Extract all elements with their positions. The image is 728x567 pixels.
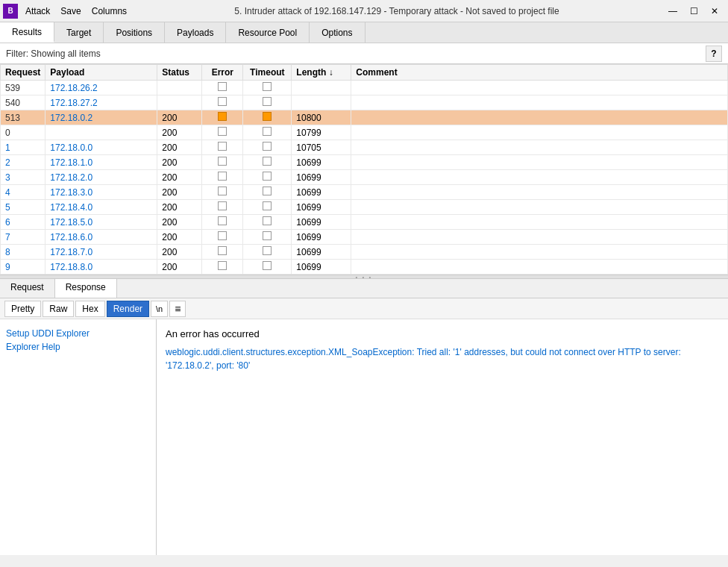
btn-newline[interactable]: \n [151, 301, 168, 317]
cell-error[interactable] [202, 95, 243, 110]
table-row[interactable]: 8 172.18.7.0 200 10699 [1, 245, 728, 260]
cell-error[interactable] [202, 110, 243, 125]
cell-timeout[interactable] [243, 155, 292, 170]
cell-request: 2 [1, 155, 46, 170]
col-timeout[interactable]: Timeout [243, 65, 292, 81]
tab-target[interactable]: Target [54, 22, 104, 43]
bottom-tabs: Request Response [0, 279, 728, 298]
results-table-container: Request Payload Status Error Timeout Len… [0, 64, 728, 275]
cell-length: 10699 [292, 185, 351, 200]
link-explorer-help[interactable]: Explorer Help [6, 342, 150, 352]
cell-error[interactable] [202, 155, 243, 170]
col-length[interactable]: Length ↓ [292, 65, 351, 81]
cell-timeout[interactable] [243, 170, 292, 185]
cell-status [157, 81, 202, 95]
table-row[interactable]: 539 172.18.26.2 [1, 81, 728, 95]
cell-timeout[interactable] [243, 110, 292, 125]
btn-render[interactable]: Render [107, 301, 149, 317]
tab-response[interactable]: Response [55, 279, 117, 298]
tab-resource-pool[interactable]: Resource Pool [226, 22, 310, 43]
cell-timeout[interactable] [243, 95, 292, 110]
cell-comment [351, 230, 728, 245]
menu-columns[interactable]: Columns [87, 4, 131, 18]
maximize-button[interactable]: ☐ [683, 1, 704, 22]
cell-timeout[interactable] [243, 185, 292, 200]
cell-error[interactable] [202, 81, 243, 95]
table-row[interactable]: 5 172.18.4.0 200 10699 [1, 200, 728, 215]
tab-results[interactable]: Results [0, 22, 54, 43]
cell-status: 200 [157, 215, 202, 230]
cell-timeout[interactable] [243, 245, 292, 260]
cell-timeout[interactable] [243, 215, 292, 230]
btn-raw[interactable]: Raw [43, 301, 74, 317]
table-row[interactable]: 540 172.18.27.2 [1, 95, 728, 110]
cell-payload: 172.18.26.2 [46, 81, 157, 95]
cell-error[interactable] [202, 230, 243, 245]
tab-options[interactable]: Options [310, 22, 365, 43]
col-comment[interactable]: Comment [351, 65, 728, 81]
cell-payload: 172.18.5.0 [46, 215, 157, 230]
cell-status: 200 [157, 185, 202, 200]
table-row[interactable]: 513 172.18.0.2 200 10800 [1, 110, 728, 125]
col-payload[interactable]: Payload [46, 65, 157, 81]
cell-length: 10799 [292, 125, 351, 140]
table-row[interactable]: 3 172.18.2.0 200 10699 [1, 170, 728, 185]
cell-timeout[interactable] [243, 200, 292, 215]
menu-attack[interactable]: Attack [21, 4, 54, 18]
btn-pretty[interactable]: Pretty [4, 301, 41, 317]
cell-error[interactable] [202, 215, 243, 230]
cell-comment [351, 110, 728, 125]
tab-positions[interactable]: Positions [104, 22, 165, 43]
cell-error[interactable] [202, 185, 243, 200]
col-status[interactable]: Status [157, 65, 202, 81]
filter-help-button[interactable]: ? [706, 46, 722, 62]
btn-menu-icon[interactable]: ≡ [169, 301, 186, 317]
cell-timeout[interactable] [243, 81, 292, 95]
right-panel: An error has occurred weblogic.uddi.clie… [157, 319, 728, 555]
cell-timeout[interactable] [243, 230, 292, 245]
cell-comment [351, 95, 728, 110]
table-row[interactable]: 2 172.18.1.0 200 10699 [1, 155, 728, 170]
col-request[interactable]: Request [1, 65, 46, 81]
table-row[interactable]: 1 172.18.0.0 200 10705 [1, 140, 728, 155]
cell-error[interactable] [202, 200, 243, 215]
cell-length: 10699 [292, 245, 351, 260]
tab-request[interactable]: Request [0, 279, 55, 298]
filter-bar: Filter: Showing all items ? [0, 43, 728, 64]
cell-status: 200 [157, 170, 202, 185]
window-title: 5. Intruder attack of 192.168.147.129 - … [131, 6, 662, 16]
cell-length: 10699 [292, 155, 351, 170]
table-row[interactable]: 0 200 10799 [1, 125, 728, 140]
cell-comment [351, 81, 728, 95]
cell-timeout[interactable] [243, 260, 292, 275]
table-row[interactable]: 4 172.18.3.0 200 10699 [1, 185, 728, 200]
cell-error[interactable] [202, 140, 243, 155]
link-setup-uddi[interactable]: Setup UDDI Explorer [6, 328, 150, 339]
cell-comment [351, 200, 728, 215]
minimize-button[interactable]: — [662, 1, 683, 22]
cell-error[interactable] [202, 260, 243, 275]
app-icon: B [3, 4, 18, 19]
table-row[interactable]: 7 172.18.6.0 200 10699 [1, 230, 728, 245]
cell-error[interactable] [202, 170, 243, 185]
tab-payloads[interactable]: Payloads [165, 22, 226, 43]
error-title: An error has occurred [166, 328, 719, 339]
cell-payload: 172.18.7.0 [46, 245, 157, 260]
cell-payload: 172.18.0.2 [46, 110, 157, 125]
btn-hex[interactable]: Hex [75, 301, 104, 317]
cell-error[interactable] [202, 125, 243, 140]
cell-request: 3 [1, 170, 46, 185]
menu-save[interactable]: Save [56, 4, 85, 18]
cell-request: 1 [1, 140, 46, 155]
table-row[interactable]: 6 172.18.5.0 200 10699 [1, 215, 728, 230]
cell-payload: 172.18.8.0 [46, 260, 157, 275]
cell-timeout[interactable] [243, 125, 292, 140]
table-row[interactable]: 9 172.18.8.0 200 10699 [1, 260, 728, 275]
cell-timeout[interactable] [243, 140, 292, 155]
close-button[interactable]: ✕ [704, 1, 725, 22]
cell-comment [351, 125, 728, 140]
cell-request: 0 [1, 125, 46, 140]
col-error[interactable]: Error [202, 65, 243, 81]
cell-comment [351, 140, 728, 155]
cell-error[interactable] [202, 245, 243, 260]
